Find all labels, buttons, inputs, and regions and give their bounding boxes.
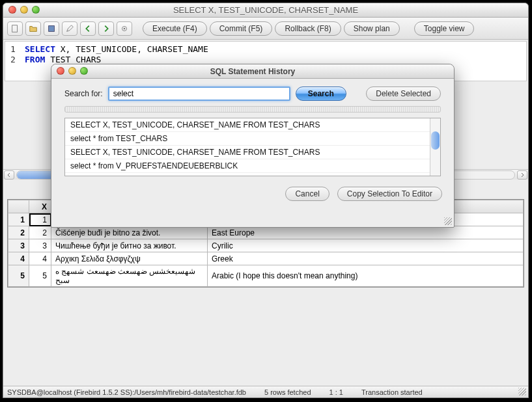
dialog-title: SQL Statement History	[51, 67, 454, 76]
status-bar: SYSDBA@localhost (Firebird 1.5.2 SS):/Us…	[3, 386, 528, 397]
history-list[interactable]: SELECT X, TEST_UNICODE, CHARSET_NAME FRO…	[64, 118, 441, 176]
cell-x[interactable]: 2	[29, 226, 51, 239]
zoom-icon[interactable]	[32, 6, 40, 14]
save-icon[interactable]	[44, 21, 59, 36]
svg-rect-0	[12, 25, 18, 32]
svg-rect-1	[49, 25, 55, 31]
cell-charset[interactable]: East Europe	[208, 226, 524, 239]
cell-x[interactable]: 3	[29, 239, 51, 252]
back-icon[interactable]	[80, 21, 96, 36]
history-dialog: SQL Statement History Search for: Search…	[51, 64, 455, 228]
rollback-button[interactable]: Rollback (F8)	[275, 21, 341, 36]
dialog-resize-grip-icon[interactable]	[444, 217, 452, 225]
rownum-cell: 2	[8, 226, 29, 239]
cell-unicode[interactable]: شهسيعخشس ضهسعث ضهسعث شسهج ه سبح	[51, 265, 208, 287]
new-file-icon[interactable]	[7, 21, 23, 36]
status-transaction: Transaction started	[361, 388, 423, 396]
rownum-cell: 5	[8, 265, 29, 287]
table-row[interactable]: 22Čišćenje buđi je bitno za život.East E…	[8, 226, 524, 239]
divider	[64, 106, 441, 113]
cell-charset[interactable]: Cyrilic	[208, 239, 524, 252]
settings-icon[interactable]	[117, 21, 132, 36]
cell-charset[interactable]: Arabic (I hope this doesn't mean anythin…	[208, 265, 524, 287]
status-connection: SYSDBA@localhost (Firebird 1.5.2 SS):/Us…	[7, 388, 246, 396]
gutter: 1 2	[10, 44, 16, 65]
cell-x[interactable]: 4	[29, 252, 51, 265]
execute-button[interactable]: Execute (F4)	[143, 21, 207, 36]
history-item[interactable]: SELECT X, TEST_UNICODE, CHARSET_NAME FRO…	[65, 146, 440, 159]
copy-to-editor-button[interactable]: Copy Selection To Editor	[337, 187, 442, 201]
scroll-right-icon[interactable]	[517, 170, 527, 180]
resize-grip-icon[interactable]	[518, 388, 526, 395]
search-input[interactable]	[108, 87, 290, 101]
forward-icon[interactable]	[98, 21, 114, 36]
svg-point-3	[124, 27, 126, 29]
show-plan-button[interactable]: Show plan	[344, 21, 400, 36]
close-icon[interactable]	[8, 6, 16, 14]
toggle-view-button[interactable]: Toggle view	[414, 21, 475, 36]
minimize-icon[interactable]	[20, 6, 28, 14]
rownum-header	[8, 200, 29, 213]
vertical-scrollbar[interactable]	[430, 118, 440, 176]
cancel-button[interactable]: Cancel	[285, 187, 329, 201]
status-cursor: 1 : 1	[329, 388, 343, 396]
table-row[interactable]: 55شهسيعخشس ضهسعث ضهسعث شسهج ه سبحArabic …	[8, 265, 524, 287]
cell-unicode[interactable]: Čišćenje buđi je bitno za život.	[51, 226, 208, 239]
rownum-cell: 1	[8, 213, 29, 226]
history-item[interactable]: SELECT X, TEST_UNICODE, CHARSET_NAME FRO…	[65, 118, 440, 132]
status-rows: 5 rows fetched	[264, 388, 311, 396]
cell-x[interactable]: 5	[29, 265, 51, 287]
cell-x[interactable]: 1	[29, 213, 51, 226]
delete-selected-button[interactable]: Delete Selected	[366, 87, 441, 101]
dialog-zoom-icon[interactable]	[80, 67, 88, 75]
dialog-close-icon[interactable]	[57, 67, 64, 75]
edit-icon[interactable]	[62, 21, 77, 36]
table-row[interactable]: 33Чишћење буђи је битно за живот.Cyrilic	[8, 239, 524, 252]
table-row[interactable]: 44Αρχικη Σελιδα ξλσφγζχψGreek	[8, 252, 524, 265]
search-label: Search for:	[64, 89, 103, 98]
search-button[interactable]: Search	[296, 87, 346, 101]
cell-unicode[interactable]: Чишћење буђи је битно за живот.	[51, 239, 208, 252]
scroll-left-icon[interactable]	[4, 170, 14, 180]
cell-charset[interactable]: Greek	[208, 252, 524, 265]
cell-unicode[interactable]: Αρχικη Σελιδα ξλσφγζχψ	[51, 252, 208, 265]
open-folder-icon[interactable]	[25, 21, 41, 36]
history-item[interactable]: select * from V_PRUEFSTAENDEUEBERBLICK	[65, 159, 440, 173]
history-item[interactable]: select * from TEST_CHARS	[65, 132, 440, 146]
rownum-cell: 3	[8, 239, 29, 252]
rownum-cell: 4	[8, 252, 29, 265]
window-title: SELECT X, TEST_UNICODE, CHARSET_NAME	[3, 5, 528, 15]
commit-button[interactable]: Commit (F5)	[210, 21, 273, 36]
toolbar: Execute (F4) Commit (F5) Rollback (F8) S…	[3, 18, 528, 40]
titlebar: SELECT X, TEST_UNICODE, CHARSET_NAME	[3, 3, 528, 18]
col-x[interactable]: X	[29, 200, 51, 213]
vscroll-thumb[interactable]	[431, 131, 440, 150]
dialog-minimize-icon[interactable]	[68, 67, 76, 75]
